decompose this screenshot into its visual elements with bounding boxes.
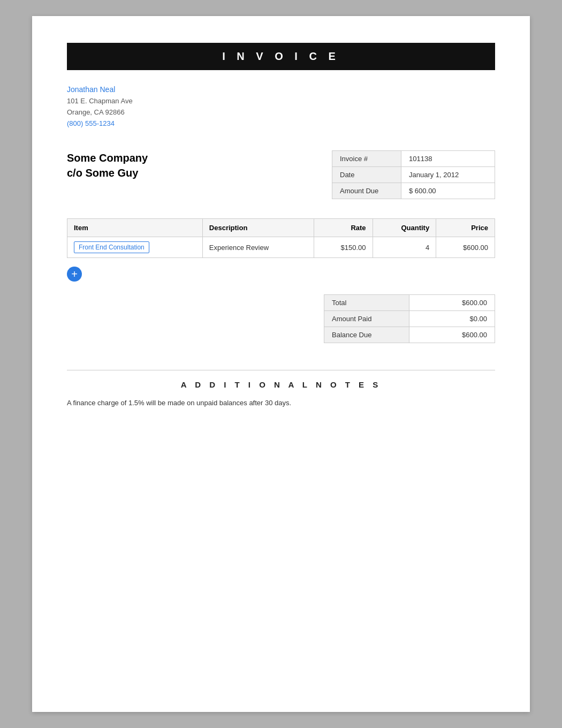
amount-due-value: $ 600.00: [401, 183, 495, 199]
balance-due-value: $600.00: [409, 327, 495, 343]
col-header-quantity: Quantity: [373, 219, 436, 237]
add-icon: +: [71, 269, 78, 279]
from-info: Jonathan Neal 101 E. Chapman Ave Orange,…: [67, 85, 495, 129]
total-row-total: Total $600.00: [324, 294, 495, 311]
date-value: January 1, 2012: [401, 167, 495, 183]
meta-row-amount-due: Amount Due $ 600.00: [332, 183, 495, 199]
total-label: Total: [324, 294, 409, 311]
item-tag[interactable]: Front End Consultation: [74, 241, 149, 253]
bill-to-contact: c/o Some Guy: [67, 165, 148, 180]
invoice-number-label: Invoice #: [332, 150, 401, 167]
meta-row-invoice: Invoice # 101138: [332, 150, 495, 167]
items-table: Item Description Rate Quantity Price Fro…: [67, 218, 495, 258]
balance-due-label: Balance Due: [324, 327, 409, 343]
from-phone: (800) 555-1234: [67, 118, 495, 130]
invoice-header: I N V O I C E: [67, 43, 495, 70]
notes-text: A finance charge of 1.5% will be made on…: [67, 398, 495, 409]
total-value: $600.00: [409, 294, 495, 311]
bill-to: Some Company c/o Some Guy: [67, 150, 148, 180]
amount-paid-label: Amount Paid: [324, 311, 409, 327]
cell-item: Front End Consultation: [67, 237, 203, 258]
bill-section: Some Company c/o Some Guy Invoice # 1011…: [67, 150, 495, 199]
col-header-item: Item: [67, 219, 203, 237]
cell-description: Experience Review: [202, 237, 314, 258]
from-name: Jonathan Neal: [67, 85, 495, 94]
table-row: Front End Consultation Experience Review…: [67, 237, 495, 258]
cell-quantity: 4: [373, 237, 436, 258]
col-header-price: Price: [436, 219, 495, 237]
cell-rate: $150.00: [314, 237, 373, 258]
totals-section: Total $600.00 Amount Paid $0.00 Balance …: [67, 294, 495, 343]
invoice-meta: Invoice # 101138 Date January 1, 2012 Am…: [332, 150, 495, 199]
invoice-page: I N V O I C E Jonathan Neal 101 E. Chapm…: [32, 16, 530, 712]
total-row-paid: Amount Paid $0.00: [324, 311, 495, 327]
col-header-description: Description: [202, 219, 314, 237]
totals-table: Total $600.00 Amount Paid $0.00 Balance …: [324, 294, 495, 343]
total-row-balance: Balance Due $600.00: [324, 327, 495, 343]
notes-header: A D D I T I O N A L N O T E S: [67, 380, 495, 389]
from-address-line1: 101 E. Chapman Ave: [67, 96, 495, 107]
col-header-rate: Rate: [314, 219, 373, 237]
from-address-line2: Orange, CA 92866: [67, 107, 495, 118]
additional-notes-section: A D D I T I O N A L N O T E S A finance …: [67, 370, 495, 409]
invoice-title: I N V O I C E: [222, 50, 340, 62]
add-row-button[interactable]: +: [67, 267, 82, 282]
meta-row-date: Date January 1, 2012: [332, 167, 495, 183]
amount-due-label: Amount Due: [332, 183, 401, 199]
bill-to-company: Some Company: [67, 150, 148, 165]
date-label: Date: [332, 167, 401, 183]
amount-paid-value: $0.00: [409, 311, 495, 327]
cell-price: $600.00: [436, 237, 495, 258]
invoice-number-value: 101138: [401, 150, 495, 167]
